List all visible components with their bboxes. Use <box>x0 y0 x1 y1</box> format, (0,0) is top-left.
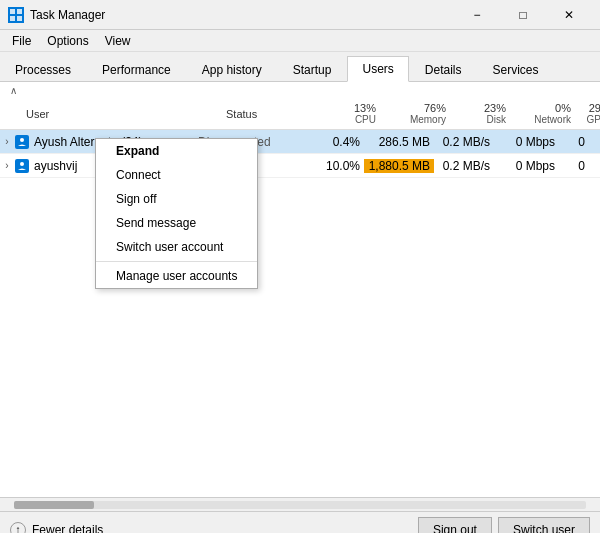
row1-memory: 286.5 MB <box>364 135 434 149</box>
context-menu-connect[interactable]: Connect <box>96 163 257 187</box>
maximize-button[interactable]: □ <box>500 0 546 30</box>
context-menu-manage-accounts[interactable]: Manage user accounts <box>96 264 257 288</box>
header-network[interactable]: 0% Network <box>514 102 579 125</box>
tab-processes[interactable]: Processes <box>0 57 86 82</box>
svg-rect-0 <box>10 9 15 14</box>
header-memory[interactable]: 76% Memory <box>384 102 454 125</box>
column-headers: User Status 13% CPU 76% Memory 23% Disk <box>0 98 600 130</box>
row2-memory: 1,880.5 MB <box>364 159 434 173</box>
context-menu-expand[interactable]: Expand <box>96 139 257 163</box>
action-buttons: Sign out Switch user <box>418 517 590 534</box>
tab-users[interactable]: Users <box>347 56 408 82</box>
context-menu-divider <box>96 261 257 262</box>
svg-point-4 <box>20 138 24 142</box>
scrollbar-track <box>14 501 586 509</box>
row1-disk: 0.2 MB/s <box>434 135 494 149</box>
fewer-details-icon: ↑ <box>10 522 26 534</box>
tab-performance[interactable]: Performance <box>87 57 186 82</box>
fewer-details-label: Fewer details <box>32 523 103 534</box>
tab-app-history[interactable]: App history <box>187 57 277 82</box>
title-bar: Task Manager − □ ✕ <box>0 0 600 30</box>
header-disk[interactable]: 23% Disk <box>454 102 514 125</box>
row1-network: 0 Mbps <box>494 135 559 149</box>
header-status[interactable]: Status <box>214 108 324 120</box>
minimize-button[interactable]: − <box>454 0 500 30</box>
tab-details[interactable]: Details <box>410 57 477 82</box>
horizontal-scrollbar[interactable] <box>0 497 600 511</box>
tab-bar: Processes Performance App history Startu… <box>0 52 600 82</box>
bottom-bar: ↑ Fewer details Sign out Switch user <box>0 511 600 533</box>
menu-bar: File Options View <box>0 30 600 52</box>
context-menu-sign-off[interactable]: Sign off <box>96 187 257 211</box>
svg-rect-3 <box>17 16 22 21</box>
row1-cpu: 0.4% <box>304 135 364 149</box>
svg-rect-2 <box>10 16 15 21</box>
switch-user-button[interactable]: Switch user <box>498 517 590 534</box>
tab-services[interactable]: Services <box>478 57 554 82</box>
app-icon <box>8 7 24 23</box>
user-icon-row1 <box>14 134 30 150</box>
menu-options[interactable]: Options <box>39 32 96 50</box>
row2-cpu: 10.0% <box>304 159 364 173</box>
row2-gpu: 0 <box>559 159 589 173</box>
sort-area: ∧ <box>0 82 600 98</box>
context-menu-switch-user-account[interactable]: Switch user account <box>96 235 257 259</box>
header-cpu[interactable]: 13% CPU <box>324 102 384 125</box>
main-content: ∧ User Status 13% CPU 76% Memory <box>0 82 600 497</box>
row1-gpu: 0 <box>559 135 589 149</box>
sort-arrow[interactable]: ∧ <box>10 85 17 96</box>
table-row[interactable]: › Ayush Alternate (34) Disconnected 0.4%… <box>0 130 600 154</box>
context-menu-send-message[interactable]: Send message <box>96 211 257 235</box>
menu-view[interactable]: View <box>97 32 139 50</box>
tab-startup[interactable]: Startup <box>278 57 347 82</box>
window-controls: − □ ✕ <box>454 0 592 30</box>
menu-file[interactable]: File <box>4 32 39 50</box>
header-gpu[interactable]: 29 GP <box>579 102 600 125</box>
expand-icon-row1[interactable]: › <box>0 136 14 147</box>
table-area: › Ayush Alternate (34) Disconnected 0.4%… <box>0 130 600 497</box>
svg-point-5 <box>20 162 24 166</box>
user-icon-row2 <box>14 158 30 174</box>
expand-icon-row2[interactable]: › <box>0 160 14 171</box>
context-menu: Expand Connect Sign off Send message Swi… <box>95 138 258 289</box>
row2-network: 0 Mbps <box>494 159 559 173</box>
table-row[interactable]: › ayushvij 10.0% 1,880.5 MB 0.2 MB/s 0 M… <box>0 154 600 178</box>
scrollbar-thumb[interactable] <box>14 501 94 509</box>
svg-rect-1 <box>17 9 22 14</box>
row2-disk: 0.2 MB/s <box>434 159 494 173</box>
header-user[interactable]: User <box>14 108 214 120</box>
sign-out-button[interactable]: Sign out <box>418 517 492 534</box>
window-title: Task Manager <box>30 8 105 22</box>
fewer-details-button[interactable]: ↑ Fewer details <box>10 522 103 534</box>
close-button[interactable]: ✕ <box>546 0 592 30</box>
